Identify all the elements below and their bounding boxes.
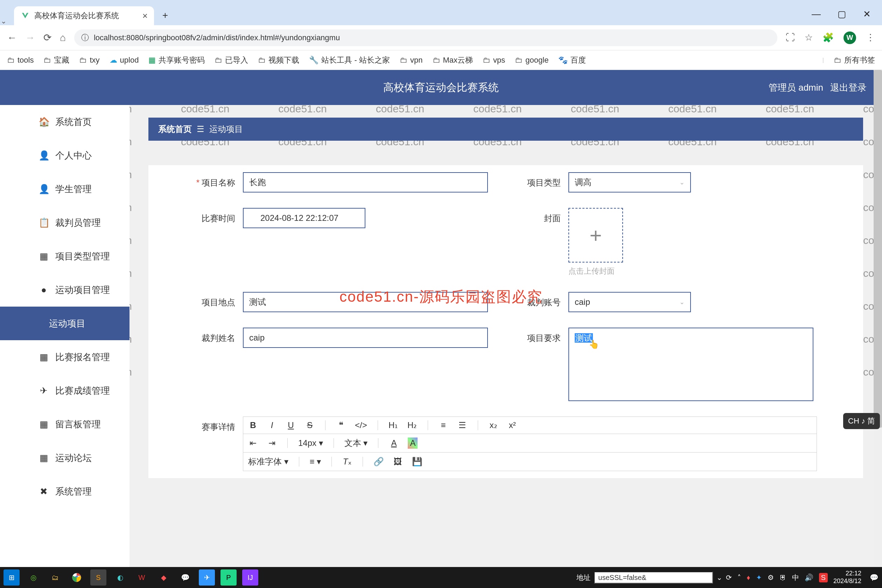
upload-cover-button[interactable]: + xyxy=(568,208,623,262)
font-size-select[interactable]: 14px ▾ xyxy=(298,438,323,448)
all-bookmarks-button[interactable]: 🗀所有书签 xyxy=(834,55,875,66)
extensions-icon[interactable]: 🧩 xyxy=(822,32,834,43)
subscript-icon[interactable]: x₂ xyxy=(489,420,498,430)
home-icon[interactable]: ⌂ xyxy=(60,32,66,44)
lens-icon[interactable]: ⛶ xyxy=(786,32,795,43)
bookmark-item[interactable]: 🗀宝藏 xyxy=(44,55,69,66)
tray-icon[interactable]: ✦ xyxy=(756,573,762,582)
wechat-icon[interactable]: 💬 xyxy=(177,570,193,585)
sidebar-item-messages[interactable]: ▦留言板管理 xyxy=(0,407,129,441)
strike-icon[interactable]: S xyxy=(305,420,315,430)
bg-color-icon[interactable]: A xyxy=(408,438,417,449)
bookmark-item[interactable]: 🗀Max云梯 xyxy=(433,55,473,66)
bookmark-item[interactable]: 🗀google xyxy=(515,56,549,65)
italic-icon[interactable]: I xyxy=(267,420,277,430)
tray-icon[interactable]: ⚙ xyxy=(768,573,774,582)
sidebar-item-home[interactable]: 🏠系统首页 xyxy=(0,105,129,139)
list-unordered-icon[interactable]: ☰ xyxy=(458,420,467,430)
new-tab-button[interactable]: + xyxy=(158,10,172,21)
bookmark-item[interactable]: ☁uplod xyxy=(110,56,139,65)
superscript-icon[interactable]: x² xyxy=(507,420,517,430)
pycharm-icon[interactable]: P xyxy=(220,570,237,585)
textarea-requirements[interactable]: 测试 xyxy=(568,328,813,401)
addr-refresh-icon[interactable]: ⟳ xyxy=(726,573,732,582)
browser-tab[interactable]: 高校体育运动会比赛系统 × xyxy=(14,6,154,25)
bold-icon[interactable]: B xyxy=(248,420,258,430)
dingtalk-icon[interactable]: ✈ xyxy=(199,570,215,585)
browser2-icon[interactable]: ◐ xyxy=(112,570,128,585)
tab-close-icon[interactable]: × xyxy=(142,10,148,21)
tray-lang-icon[interactable]: 中 xyxy=(792,573,799,582)
bookmark-item[interactable]: 🔧站长工具 - 站长之家 xyxy=(309,55,390,66)
sidebar-item-results[interactable]: ✈比赛成绩管理 xyxy=(0,374,129,407)
sidebar-item-sport-projects[interactable]: ●运动项目管理 xyxy=(0,273,129,307)
input-project-name[interactable] xyxy=(243,172,488,192)
bookmark-item[interactable]: 🗀txy xyxy=(79,56,99,65)
profile-avatar[interactable]: W xyxy=(843,32,856,44)
addr-dropdown-icon[interactable]: ⌄ xyxy=(717,573,722,582)
bookmark-item[interactable]: ▦共享账号密码 xyxy=(148,55,205,66)
bookmark-item[interactable]: 🗀vps xyxy=(483,56,505,65)
bookmark-item[interactable]: 🗀已导入 xyxy=(214,55,248,66)
select-project-type[interactable]: 调高⌄ xyxy=(568,172,691,192)
quote-icon[interactable]: ❝ xyxy=(336,420,346,430)
bookmark-star-icon[interactable]: ☆ xyxy=(805,32,813,43)
taskbar-address-input[interactable] xyxy=(594,572,713,584)
sidebar-item-system[interactable]: ✖系统管理 xyxy=(0,475,129,508)
minimize-icon[interactable]: — xyxy=(812,9,821,20)
select-judge-account[interactable]: caip⌄ xyxy=(568,292,691,312)
clear-format-icon[interactable]: Tₓ xyxy=(342,457,352,466)
bookmark-item[interactable]: 🗀tools xyxy=(7,56,34,65)
explorer-icon[interactable]: 🗂 xyxy=(47,570,63,585)
tray-icon[interactable]: ♦ xyxy=(747,574,750,582)
sidebar-item-registration[interactable]: ▦比赛报名管理 xyxy=(0,340,129,374)
chrome-icon[interactable] xyxy=(69,570,85,585)
back-icon[interactable]: ← xyxy=(7,32,17,44)
sublime-icon[interactable]: S xyxy=(90,570,106,585)
underline-icon[interactable]: U xyxy=(286,420,296,430)
h2-icon[interactable]: H₂ xyxy=(407,420,417,430)
app-icon[interactable]: ◆ xyxy=(155,570,171,585)
text-color-icon[interactable]: A xyxy=(389,438,399,448)
breadcrumb-home[interactable]: 系统首页 xyxy=(158,123,192,135)
bookmark-item[interactable]: 🗀vpn xyxy=(400,56,423,65)
sidebar-item-forum[interactable]: ▦运动论坛 xyxy=(0,441,129,475)
start-icon[interactable]: ⊞ xyxy=(3,570,20,585)
h1-icon[interactable]: H₁ xyxy=(388,420,398,430)
list-ordered-icon[interactable]: ≡ xyxy=(438,420,448,430)
link-icon[interactable]: 🔗 xyxy=(374,457,384,466)
sidebar-item-project-types[interactable]: ▦项目类型管理 xyxy=(0,239,129,273)
input-judge-name[interactable] xyxy=(243,328,488,348)
url-input[interactable]: ⓘ localhost:8080/springboot08fv2/admin/d… xyxy=(74,29,777,46)
text-type-select[interactable]: 文本 ▾ xyxy=(344,438,368,449)
notification-icon[interactable]: 💬 xyxy=(870,573,879,582)
reload-icon[interactable]: ⟳ xyxy=(44,32,51,44)
sidebar-item-sport-project-active[interactable]: 运动项目 xyxy=(0,307,129,340)
bookmark-item[interactable]: 🗀视频下载 xyxy=(258,55,299,66)
image-icon[interactable]: 🖼 xyxy=(393,457,403,466)
scroll-thumb[interactable] xyxy=(874,70,882,428)
kebab-menu-icon[interactable]: ⋮ xyxy=(866,32,875,43)
close-window-icon[interactable]: ✕ xyxy=(863,9,871,20)
edge-icon[interactable]: ◎ xyxy=(25,570,41,585)
sidebar-item-judges[interactable]: 📋裁判员管理 xyxy=(0,206,129,239)
tray-sogou-icon[interactable]: S xyxy=(819,573,828,582)
ime-badge[interactable]: CH ♪ 简 xyxy=(843,413,880,429)
forward-icon[interactable]: → xyxy=(25,32,35,44)
bookmark-item[interactable]: 🐾百度 xyxy=(558,55,586,66)
code-icon[interactable]: </> xyxy=(355,420,367,430)
tray-up-icon[interactable]: ˄ xyxy=(738,573,741,582)
idea-icon[interactable]: IJ xyxy=(242,570,258,585)
tab-dropdown-icon[interactable]: ⌄ xyxy=(0,17,7,25)
wps-icon[interactable]: W xyxy=(134,570,150,585)
align-icon[interactable]: ≡ ▾ xyxy=(310,457,321,466)
font-family-select[interactable]: 标准字体 ▾ xyxy=(248,456,288,467)
sidebar-item-students[interactable]: 👤学生管理 xyxy=(0,172,129,206)
save-icon[interactable]: 💾 xyxy=(412,457,423,466)
indent-left-icon[interactable]: ⇤ xyxy=(248,438,258,448)
tray-icon[interactable]: ⛨ xyxy=(780,574,786,582)
tray-sound-icon[interactable]: 🔊 xyxy=(805,573,813,582)
input-match-time[interactable] xyxy=(243,208,365,228)
sidebar-item-profile[interactable]: 👤个人中心 xyxy=(0,139,129,172)
taskbar-clock[interactable]: 22:12 2024/8/12 xyxy=(833,570,864,585)
